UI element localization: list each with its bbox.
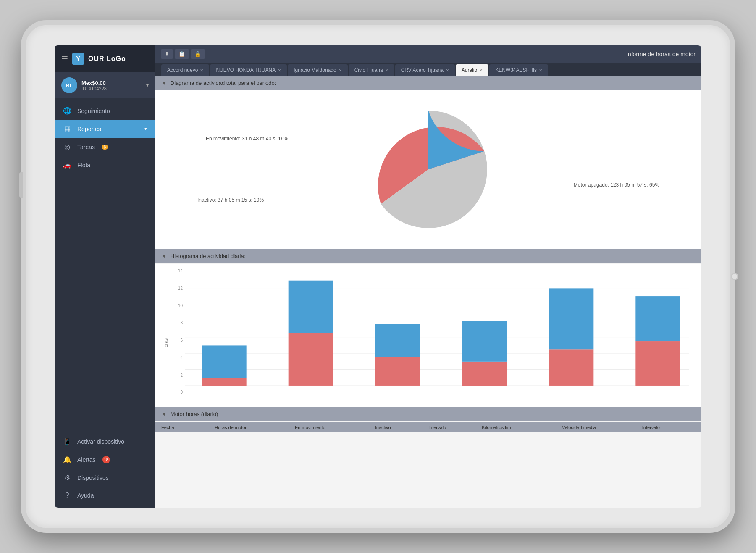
download-button[interactable]: ⬇ xyxy=(161,49,173,59)
tab-close-icon[interactable]: ✕ xyxy=(446,68,449,73)
copy-button[interactable]: 📋 xyxy=(175,49,189,59)
sidebar-item-flota[interactable]: 🚗 Flota xyxy=(55,156,155,174)
svg-rect-17 xyxy=(549,288,594,349)
user-section[interactable]: RL Mex$0.00 ID: #104228 ▾ xyxy=(55,72,155,98)
tabs-bar: Accord nuevo ✕ NUEVO HONDA TIJUANA ✕ Ign… xyxy=(155,63,701,76)
globe-icon: 🌐 xyxy=(63,107,71,115)
svg-rect-12 xyxy=(375,357,420,386)
tab-nuevo-honda[interactable]: NUEVO HONDA TIJUANA ✕ xyxy=(210,64,287,76)
col-km: Kilómetros km xyxy=(482,425,562,430)
tablet-screen: ☰ Y OUR LoGo RL Mex$0.00 ID: #104228 ▾ 🌐… xyxy=(55,45,701,508)
pie-label-moving: En movimiento: 31 h 48 m 40 s: 16% xyxy=(206,136,288,142)
sidebar-item-tareas[interactable]: ◎ Tareas β xyxy=(55,138,155,156)
table-section-header: ▼ Motor horas (diario) xyxy=(155,407,701,421)
tab-ignacio[interactable]: Ignacio Maldonado ✕ xyxy=(288,64,347,76)
y-tick-10: 10 xyxy=(172,303,183,308)
col-fecha: Fecha xyxy=(161,425,215,430)
sidebar-header: ☰ Y OUR LoGo xyxy=(55,45,155,72)
tab-close-icon[interactable]: ✕ xyxy=(539,68,542,73)
tab-crv[interactable]: CRV Acero Tijuana ✕ xyxy=(395,64,455,76)
device-icon: 📱 xyxy=(63,437,71,445)
tab-close-icon[interactable]: ✕ xyxy=(200,68,203,73)
top-bar: ⬇ 📋 🔒 Informe de horas de motor xyxy=(155,45,701,63)
sidebar-item-label: Flota xyxy=(77,162,90,169)
sidebar-item-label: Tareas xyxy=(77,144,95,150)
pie-chart-section: En movimiento: 31 h 48 m 40 s: 16% Inact… xyxy=(155,90,701,249)
logo-y-badge: Y xyxy=(72,53,84,65)
tab-close-icon[interactable]: ✕ xyxy=(278,68,281,73)
logo-text: OUR LoGo xyxy=(88,55,126,63)
tab-civic[interactable]: Civic Tijuana ✕ xyxy=(349,64,394,76)
lock-button[interactable]: 🔒 xyxy=(191,49,205,59)
bar-chart-svg: 05-may-2018 06-may-2018 07-may-2018 08-m… xyxy=(185,273,689,386)
page-title: Informe de horas de motor xyxy=(626,51,696,58)
pie-label-off: Motor apagado: 123 h 05 m 57 s: 65% xyxy=(574,182,659,188)
tab-label: Aurelio xyxy=(462,67,477,73)
tablet-home-button[interactable] xyxy=(731,273,738,280)
sidebar: ☰ Y OUR LoGo RL Mex$0.00 ID: #104228 ▾ 🌐… xyxy=(55,45,155,508)
tablet-frame: ☰ Y OUR LoGo RL Mex$0.00 ID: #104228 ▾ 🌐… xyxy=(21,20,735,533)
y-tick-4: 4 xyxy=(172,355,183,360)
sidebar-item-alertas[interactable]: 🔔 Alertas 18 xyxy=(55,450,155,469)
tab-label: NUEVO HONDA TIJUANA xyxy=(216,67,276,73)
tab-aurelio[interactable]: Aurelio ✕ xyxy=(456,64,488,76)
tab-label: Civic Tijuana xyxy=(354,67,383,73)
sidebar-item-ayuda[interactable]: ? Ayuda xyxy=(55,487,155,504)
alertas-badge: 18 xyxy=(102,456,110,463)
pie-section-header: ▼ Diagrama de actividad total para el pe… xyxy=(155,76,701,90)
bell-icon: 🔔 xyxy=(63,456,71,463)
y-tick-6: 6 xyxy=(172,338,183,342)
table-section-title: Motor horas (diario) xyxy=(171,411,218,417)
user-balance: Mex$0.00 xyxy=(81,80,142,86)
collapse-icon[interactable]: ▼ xyxy=(161,79,167,86)
svg-rect-14 xyxy=(462,362,507,386)
sidebar-item-label: Reportes xyxy=(77,126,101,132)
user-chevron-icon: ▾ xyxy=(146,82,149,88)
sidebar-item-reportes[interactable]: ▦ Reportes ▾ xyxy=(55,120,155,138)
bar-chart-section: Horas 0 2 4 6 8 10 12 14 xyxy=(155,264,701,407)
y-tick-2: 2 xyxy=(172,373,183,377)
svg-rect-9 xyxy=(202,345,247,378)
tab-label: KENW34AESF_lls xyxy=(495,67,537,73)
collapse-icon-bar[interactable]: ▼ xyxy=(161,253,167,259)
user-id: ID: #104228 xyxy=(81,86,142,91)
sidebar-item-dispositivos[interactable]: ⚙ Dispositivos xyxy=(55,469,155,487)
table-header-row: Fecha Horas de motor En movimiento Inact… xyxy=(155,422,701,432)
tablet-side-button xyxy=(19,172,23,198)
chart-icon: ▦ xyxy=(63,125,71,133)
sidebar-item-seguimiento[interactable]: 🌐 Seguimiento xyxy=(55,102,155,120)
sidebar-item-label: Dispositivos xyxy=(77,474,109,481)
sidebar-item-activar[interactable]: 📱 Activar dispositivo xyxy=(55,432,155,450)
tab-label: Ignacio Maldonado xyxy=(294,67,336,73)
sidebar-bottom: 📱 Activar dispositivo 🔔 Alertas 18 ⚙ Dis… xyxy=(55,429,155,508)
svg-rect-13 xyxy=(375,324,420,357)
sidebar-item-label: Activar dispositivo xyxy=(77,438,124,445)
pie-section-title: Diagrama de actividad total para el peri… xyxy=(171,80,276,86)
tab-close-icon[interactable]: ✕ xyxy=(479,68,483,73)
tab-close-icon[interactable]: ✕ xyxy=(339,68,342,73)
table-section: Fecha Horas de motor En movimiento Inact… xyxy=(155,422,701,432)
tab-close-icon[interactable]: ✕ xyxy=(385,68,388,73)
avatar: RL xyxy=(61,77,77,93)
tab-accord-nuevo[interactable]: Accord nuevo ✕ xyxy=(161,64,209,76)
sidebar-item-label: Ayuda xyxy=(77,492,94,499)
svg-rect-8 xyxy=(202,378,247,386)
svg-rect-11 xyxy=(289,281,333,333)
y-tick-12: 12 xyxy=(172,286,183,290)
help-icon: ? xyxy=(63,492,71,499)
pie-container: En movimiento: 31 h 48 m 40 s: 16% Inact… xyxy=(164,98,693,241)
main-content: ⬇ 📋 🔒 Informe de horas de motor Accord n… xyxy=(155,45,701,508)
tareas-badge: β xyxy=(102,145,108,150)
col-intervalo2: Intervalo xyxy=(642,425,696,430)
collapse-icon-table[interactable]: ▼ xyxy=(161,411,167,417)
svg-rect-19 xyxy=(635,296,680,341)
svg-rect-15 xyxy=(462,321,507,362)
pie-label-idle: Inactivo: 37 h 05 m 15 s: 19% xyxy=(197,197,264,203)
svg-rect-18 xyxy=(635,341,680,386)
sidebar-item-label: Seguimiento xyxy=(77,108,110,114)
tab-kenw[interactable]: KENW34AESF_lls ✕ xyxy=(489,64,548,76)
top-bar-actions: ⬇ 📋 🔒 xyxy=(161,49,205,59)
pie-chart-svg xyxy=(370,111,487,228)
col-movimiento: En movimiento xyxy=(295,425,375,430)
hamburger-icon[interactable]: ☰ xyxy=(61,54,68,63)
